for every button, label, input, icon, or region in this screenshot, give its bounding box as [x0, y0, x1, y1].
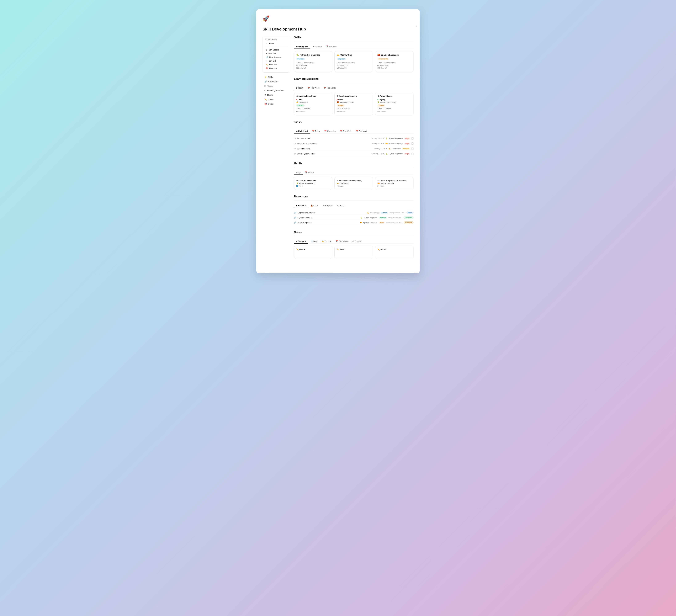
session-vocab-status: Ended: [337, 99, 343, 101]
tasks-section: Tasks ✕ Unfinished 📅 Today 📅 Upcoming: [294, 121, 413, 156]
task-circle-icon4: ⊙: [294, 152, 296, 155]
tab-tasks-this-week[interactable]: 📅 This Week: [338, 129, 353, 133]
skill-spanish-header: 🇪🇸 Spanish Language: [378, 54, 411, 56]
end-session-vocab-button[interactable]: End Session: [337, 111, 345, 112]
new-skill-button[interactable]: ✕ New Skill: [265, 59, 288, 63]
habit-code-checkbox[interactable]: ✓: [296, 185, 298, 187]
tab-skills-in-progress[interactable]: ▶ In Progress: [294, 45, 311, 49]
content-area: Skills ▶ In Progress ▶ To Learn 📅 This Y…: [294, 36, 413, 264]
resource1-skill-icon: 🐍: [360, 217, 362, 219]
task-row: ⊙ Write first copy January 31, 2025 ✍️ C…: [294, 146, 413, 151]
habit-python-icon: 🐍: [296, 182, 298, 184]
note-icon: ✏️: [266, 64, 268, 66]
new-note-button[interactable]: ✏️ New Note: [265, 63, 288, 67]
habit-spanish-skill-icon: 🇪🇸: [378, 182, 380, 184]
new-task-button[interactable]: + New Task: [265, 52, 288, 55]
tab-tasks-unfinished[interactable]: ✕ Unfinished: [294, 129, 310, 133]
in-progress-icon: ▶: [296, 46, 297, 48]
note-card-1: ✏️ Note 1: [294, 246, 332, 258]
tasks-list: ⊙ Automate Task January 28, 2025 🐍 Pytho…: [294, 136, 413, 156]
session-python-skill: 🐍 Python Programming: [378, 101, 411, 103]
task-circle-icon: ⊙: [294, 137, 296, 140]
tab-skills-to-learn[interactable]: ▶ To Learn: [311, 45, 324, 49]
task2-skill-icon: ✍️: [388, 148, 391, 150]
tab-resources-favourite[interactable]: ♥ Favourite: [294, 203, 308, 208]
skill-python-header: 🐍 Python Programming: [296, 54, 330, 56]
tab-resources-recent[interactable]: ⏱ Recent: [335, 203, 348, 208]
session-python-icon: ⊙: [378, 95, 379, 97]
habit-freewrite-checkbox[interactable]: [337, 185, 339, 187]
habit-spanish-checkbox[interactable]: [378, 185, 379, 187]
sessions-title: Learning Sessions: [294, 77, 413, 80]
skills-grid: 🐍 Python Programming Beginner 1 hour 21 …: [294, 51, 413, 72]
tab-notes-draft[interactable]: 📄 Draft: [308, 239, 320, 244]
tab-notes-this-month[interactable]: 📅 This Month: [334, 239, 350, 244]
new-resource-button[interactable]: 🔗 New Resource: [265, 55, 288, 59]
habits-nav-icon: ↺: [264, 94, 266, 96]
session-vocab-time: 1 hour 15 minutes: [337, 108, 371, 109]
task0-checkbox[interactable]: [411, 137, 413, 139]
copy-level: Beginner: [337, 58, 346, 60]
copy-stats: 1 hour 13 minutes spent 2/3 tasks done 1…: [337, 61, 371, 69]
resource2-status: To review: [404, 222, 413, 224]
session-python-status: Ongoing: [378, 99, 385, 101]
tab-resources-to-review[interactable]: ↗ To Review: [320, 203, 335, 208]
habit-card-freewrite: ↻ Free-write (15-25 minutes) ✍️ Copywrit…: [334, 177, 373, 189]
sidebar-item-habits[interactable]: ↺ Habits: [263, 93, 290, 97]
week-icon: 📅: [307, 87, 310, 89]
task1-priority: High: [404, 142, 410, 144]
sidebar: ✦ Quick Action ← Home ⊙ New Session + Ne…: [263, 36, 290, 264]
habits-title: Habits: [294, 162, 413, 165]
sidebar-item-resources[interactable]: 🔗 Resources: [263, 79, 290, 84]
sidebar-item-learning-sessions[interactable]: ⊙ Learning Sessions: [263, 88, 290, 93]
resources-tabs: ♥ Favourite 📥 Inbox ↗ To Review ⏱ Recent: [294, 203, 413, 208]
tab-habits-weekly[interactable]: 📅 Weekly: [303, 171, 316, 175]
task3-checkbox[interactable]: [411, 152, 413, 155]
tab-notes-timeline[interactable]: ⏱ Timeline: [350, 239, 364, 244]
task0-skill-icon: 🐍: [386, 137, 388, 139]
tab-notes-favourite[interactable]: ♥ Favourite: [294, 239, 308, 244]
home-button[interactable]: ← Home: [265, 42, 288, 46]
resource-row: 🔗 Python Tutorials 🐍 Python Programm Web…: [294, 215, 413, 220]
resource0-skill-icon: ✍️: [367, 212, 369, 214]
sessions-grid: ⊙ Landing Page Copy Ended ✍️ Copywriting…: [294, 93, 413, 115]
resource2-skill-icon: 🇪🇸: [360, 222, 362, 224]
task2-checkbox[interactable]: [411, 147, 413, 150]
new-session-button[interactable]: ⊙ New Session: [265, 48, 288, 52]
habit-freewrite-icon: ↻: [337, 180, 338, 182]
tasks-title: Tasks: [294, 121, 413, 124]
tab-tasks-this-month[interactable]: 📅 This Month: [354, 129, 370, 133]
session-card-python-basics: ⊙ Python Basics Ongoing 🐍 Python Program…: [375, 93, 413, 115]
tab-notes-on-hold[interactable]: 🔒 On Hold: [320, 239, 334, 244]
recent-icon: ⏱: [337, 204, 339, 207]
sidebar-item-skills[interactable]: ⚡ Skills: [263, 75, 290, 79]
skill-card-copywriting: ✍️ Copywriting Beginner 1 hour 13 minute…: [334, 51, 373, 72]
sidebar-item-goals[interactable]: 🎯 Goals: [263, 102, 290, 106]
new-goal-button[interactable]: 🎯 New Goal: [265, 67, 288, 70]
this-week-icon: 📅: [340, 130, 342, 132]
session-python-time: 1 hour 21 minutes: [378, 108, 411, 109]
favourite-icon: ♥: [296, 204, 297, 207]
tab-tasks-upcoming[interactable]: 📅 Upcoming: [322, 129, 338, 133]
inbox-icon: 📥: [311, 204, 313, 207]
tab-tasks-today[interactable]: 📅 Today: [310, 129, 322, 133]
tab-sessions-today[interactable]: ▶ Today: [294, 86, 305, 90]
task1-checkbox[interactable]: [411, 142, 413, 144]
tab-skills-this-year[interactable]: 📅 This Year: [324, 45, 339, 49]
session-vocab-category: Theory: [337, 104, 344, 107]
tab-sessions-this-week[interactable]: 📅 This Week: [305, 86, 321, 90]
end-session-landing-button[interactable]: End Session: [296, 111, 305, 112]
sidebar-item-notes[interactable]: ✏️ Notes: [263, 97, 290, 102]
task-row: ⊙ Buy a Python course February 1, 2025 🐍…: [294, 151, 413, 156]
home-icon: ←: [266, 43, 268, 45]
sidebar-item-tasks[interactable]: ☑ Tasks: [263, 84, 290, 88]
session-python-category: Theory: [378, 104, 385, 107]
end-session-python-button[interactable]: End Session: [378, 111, 386, 112]
notes-grid: ✏️ Note 1 ✏️ Note 2 ✏️ Note 3: [294, 246, 413, 258]
tab-habits-daily[interactable]: Daily: [294, 171, 303, 175]
tab-resources-inbox[interactable]: 📥 Inbox: [308, 203, 320, 208]
notes-title: Notes: [294, 231, 413, 234]
session-landing-skill: ✍️ Copywriting: [296, 101, 330, 103]
tab-sessions-this-month[interactable]: 📅 This Month: [322, 86, 338, 90]
resource-link-icon0: 🔗: [294, 211, 296, 214]
